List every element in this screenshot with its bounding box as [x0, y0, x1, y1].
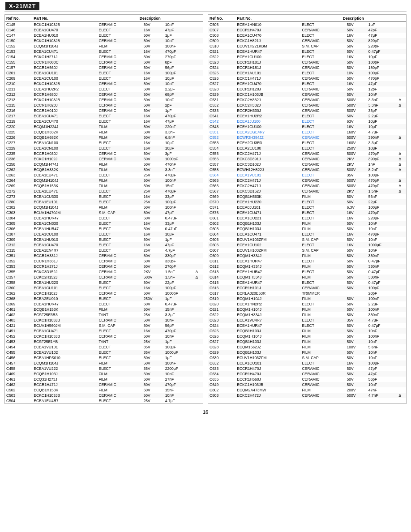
right-table-row: C552ECWF2H394JZCERAMIC500V390nFΔ: [208, 135, 406, 140]
right-cell: 16V: [345, 124, 367, 129]
right-cell: [398, 258, 406, 264]
right-cell: 3.3μF: [367, 140, 398, 146]
left-cell: C421: [5, 323, 32, 328]
right-table-row: C622ECQM1H334JFILM50V330nF: [208, 312, 406, 317]
right-cell: 330nF: [367, 264, 398, 269]
right-cell: ECQB1H103J: [235, 350, 300, 355]
left-cell: 470pF: [164, 382, 194, 387]
left-cell: ECQM1H104J: [32, 178, 97, 183]
left-cell: [194, 38, 203, 43]
right-cell: ELECT: [300, 81, 345, 86]
right-cell: 20pF: [367, 291, 398, 296]
right-cell: C528: [208, 86, 235, 92]
left-cell: 50V: [142, 183, 163, 189]
left-cell: [194, 339, 203, 344]
right-cell: [398, 194, 406, 199]
left-cell: ECQM1H474J: [32, 162, 97, 167]
right-cell: C802: [208, 387, 235, 393]
left-cell: ECEA1CU470: [32, 242, 97, 248]
left-cell: [194, 86, 203, 92]
left-cell: ECKC1H102J: [32, 291, 97, 296]
right-cell: [398, 49, 406, 54]
right-cell: 220μF: [367, 215, 398, 221]
right-cell: C524: [208, 65, 235, 70]
left-cell: C150: [5, 38, 32, 43]
left-table-row: C457ECQM1H104JFILM50V100nF: [5, 360, 203, 366]
left-table-row: C226ECQB1H682KFILM50V6.8nF: [5, 135, 203, 140]
right-table-row: C604ECEA1CU471ELECT16V470μF: [208, 232, 406, 237]
left-cell: [194, 76, 203, 81]
right-cell: C554: [208, 146, 235, 151]
left-cell: 100μF: [164, 70, 194, 76]
left-cell: C355: [5, 269, 32, 275]
left-cell: ELECT: [97, 344, 142, 350]
right-table-row: C621ECQM1H104JFILM50V100nF: [208, 307, 406, 312]
right-cell: 160V: [345, 140, 367, 146]
right-cell: 200V: [345, 387, 367, 393]
left-cell: C461: [5, 377, 32, 382]
left-table-row: C213ECKC1H103JBCERAMIC50V10nF: [5, 97, 203, 103]
left-cell: ECEA1HU010: [32, 33, 97, 38]
left-cell: S.M. CAP: [97, 323, 142, 328]
right-table-row: C565ECKC2H471JCERAMIC500V470pFΔ: [208, 178, 406, 183]
left-cell: C401: [5, 307, 32, 312]
page-footer: 16: [0, 406, 411, 418]
right-cell: 50V: [345, 323, 367, 328]
left-table-row: C452ECKC1H103JBCERAMIC50V10nF: [5, 334, 203, 339]
right-cell: C617: [208, 291, 235, 296]
left-cell: C201: [5, 70, 32, 76]
left-cell: 10nF: [164, 81, 194, 86]
left-cell: 2pF: [164, 103, 194, 108]
left-cell: ELECT: [97, 242, 142, 248]
left-cell: ECEA1CU471: [32, 49, 97, 54]
right-cell: ECEA2CU3R3: [235, 140, 300, 146]
right-cell: [398, 344, 406, 350]
right-cell: CERAMIC: [300, 189, 345, 194]
right-cell: ECKC2H471J: [235, 183, 300, 189]
right-cell: ECEA1CU100: [235, 124, 300, 129]
left-cell: 50V: [142, 393, 163, 398]
left-cell: CERAMIC: [97, 156, 142, 162]
left-cell: ECCR1H271J: [32, 264, 97, 269]
left-table-row: C150ECKC1H103JBCERAMIC50V10nF: [5, 38, 203, 43]
left-cell: ELECT: [97, 140, 142, 146]
right-cell: C614: [208, 275, 235, 280]
right-cell: [398, 65, 406, 70]
right-cell: 50V: [345, 366, 367, 371]
left-table-row: C273ECEA1CU330ELECT16V33μF: [5, 194, 203, 199]
right-cell: ECQM1562JZ: [235, 344, 300, 350]
left-cell: C146: [5, 27, 32, 33]
right-cell: 2.2μF: [367, 301, 398, 307]
left-table-row: C401ECQB1H153KFILM50V15nF: [5, 307, 203, 312]
left-cell: C157: [5, 65, 32, 70]
left-cell: C451: [5, 328, 32, 334]
right-cell: CERAMIC: [300, 377, 345, 382]
right-table-row: C625ECQB1H103JFILM50V10nF: [208, 328, 406, 334]
left-cell: CERAMIC: [97, 103, 142, 108]
right-cell: C551: [208, 129, 235, 135]
left-cell: 470μF: [164, 189, 194, 194]
page-title: X-21M2T: [5, 2, 39, 10]
right-cell: 3.3nF: [367, 97, 398, 103]
left-cell: C315: [5, 248, 32, 253]
left-cell: C220: [5, 124, 32, 129]
right-cell: 50V: [345, 269, 367, 275]
right-cell: 500V: [345, 178, 367, 183]
right-cell: CERAMIC: [300, 103, 345, 108]
right-cell: ELECT: [300, 215, 345, 221]
right-cell: 0.47μF: [367, 269, 398, 275]
right-cell: ECQM1H334J: [235, 264, 300, 269]
left-table-row: C157ECCR1H560JCERAMIC50V56pF: [5, 65, 203, 70]
right-cell: FILM: [300, 264, 345, 269]
left-cell: ELECT: [97, 232, 142, 237]
right-cell: ECKC2H471J: [235, 178, 300, 183]
left-cell: ECCR1H010J: [32, 108, 97, 113]
left-cell: [194, 307, 203, 312]
right-cell: 500V: [345, 183, 367, 189]
left-cell: FILM: [97, 129, 142, 135]
right-cell: C632: [208, 360, 235, 366]
left-cell: [194, 242, 203, 248]
left-cell: ECKC2H152J: [32, 275, 97, 280]
right-cell: FILM: [300, 312, 345, 317]
right-cell: [398, 215, 406, 221]
